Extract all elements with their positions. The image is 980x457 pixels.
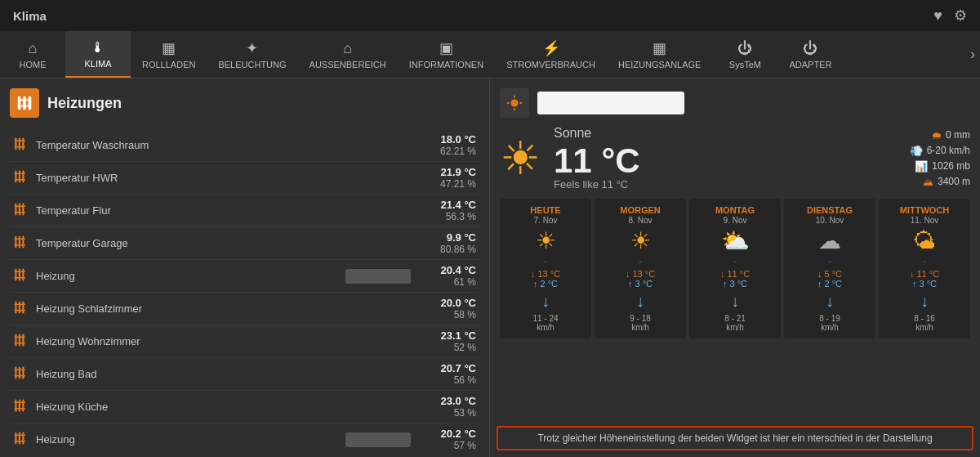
heizung-temp-9: 20.2 °C [411,428,476,440]
weather-city: Sonne [554,126,897,141]
svg-rect-20 [15,235,16,248]
svg-rect-36 [19,334,20,346]
forecast-high-0: ↓ 13 °C [503,269,588,279]
svg-rect-16 [19,203,20,215]
svg-rect-17 [22,203,24,215]
heizung-pct-6: 52 % [411,342,476,353]
forecast-wind-icon-4: ↓ [882,292,967,311]
home-nav-icon: ⌂ [29,40,38,57]
forecast-wind-speed-4: 8 - 16km/h [882,314,967,332]
forecast-high-2: ↓ 11 °C [693,269,777,279]
svg-rect-46 [19,399,20,411]
heizung-values-7: 20.7 °C 56 % [411,362,476,386]
nav-item-adapter[interactable]: ⏻ ADAPTER [777,31,843,78]
heizung-icon-6 [13,333,36,351]
heizung-input-9[interactable] [345,432,411,447]
nav-item-heizungsanlage[interactable]: ▦ HEIZUNGSANLAGE [607,31,712,78]
heizung-row: Heizung Schlafzimmer 20.0 °C 58 % [10,293,479,325]
weather-stat-0: 🌧 0 mm [931,129,970,141]
favorite-icon[interactable]: ♥ [933,7,942,25]
forecast-wind-icon-1: ↓ [598,292,683,311]
adapter-nav-icon: ⏻ [803,40,817,57]
forecast-icon-3: ☁ [787,230,872,253]
heizung-icon-9 [13,431,36,449]
svg-rect-44 [15,375,26,377]
heizung-row: Temperatur HWR 21.9 °C 47.21 % [10,162,479,195]
forecast-wind-speed-3: 8 - 19km/h [787,314,872,332]
heizung-icon-0 [13,137,36,155]
svg-rect-29 [15,277,26,279]
svg-rect-43 [15,369,26,370]
heizung-pct-0: 62.21 % [411,146,476,157]
svg-rect-35 [15,334,16,346]
heizung-temp-3: 9.9 °C [411,231,476,244]
forecast-date-1: 8. Nov [598,216,683,225]
forecast-day-1: MORGEN 8. Nov ☀ - ↓ 13 °C ↑ 3 °C ↓ 9 - 1… [595,199,686,338]
nav-item-rollladen[interactable]: ▦ ROLLLADEN [131,31,207,78]
forecast-temps-1: ↓ 13 °C ↑ 3 °C [598,269,683,289]
svg-rect-34 [15,310,26,311]
heizung-row: Heizung 20.2 °C 57 % [10,423,479,455]
nav-bar: ⌂ HOME 🌡 KLIMA ▦ ROLLLADEN ✦ BELEUCHTUNG… [0,31,980,78]
heizung-temp-5: 20.0 °C [411,297,476,309]
forecast-high-1: ↓ 13 °C [598,269,683,279]
stat-icon-3: ⛰ [923,176,933,188]
forecast-wind-icon-2: ↓ [693,292,777,311]
nav-item-klima[interactable]: 🌡 KLIMA [65,31,131,78]
svg-rect-48 [15,401,26,403]
forecast-sep-1: - [598,256,683,266]
forecast-wind-speed-2: 8 - 21km/h [693,314,777,332]
heizungen-icon [10,88,39,118]
forecast-low-0: ↑ 2 °C [503,279,588,289]
heizungsanlage-nav-label: HEIZUNGSANLAGE [618,60,701,69]
stat-value-2: 1026 mb [932,160,970,172]
svg-rect-13 [15,172,26,174]
settings-icon[interactable]: ⚙ [954,7,967,25]
svg-rect-19 [15,212,26,213]
heizung-icon-8 [13,398,36,416]
heizung-values-1: 21.9 °C 47.21 % [411,166,476,190]
weather-main: ☀ Sonne 11 °C Feels like 11 °C 🌧 0 mm 💨 … [500,126,970,190]
svg-rect-49 [15,408,26,410]
weather-search-input[interactable] [537,92,684,114]
svg-rect-30 [15,301,16,313]
panel-header: Heizungen [10,88,479,118]
heizung-input-4[interactable] [345,269,411,284]
forecast-low-2: ↑ 3 °C [693,279,777,289]
forecast-sep-3: - [787,256,872,266]
nav-item-system[interactable]: ⏻ SysTeM [712,31,777,78]
heizung-name-5: Heizung Schlafzimmer [36,302,411,315]
svg-rect-27 [22,268,24,280]
heizung-temp-0: 18.0 °C [411,133,476,146]
panel-title: Heizungen [47,95,122,112]
forecast-temps-0: ↓ 13 °C ↑ 2 °C [503,269,588,289]
forecast-high-4: ↓ 11 °C [882,269,967,279]
heizung-name-4: Heizung [36,270,345,282]
svg-rect-6 [19,137,20,150]
heizung-row: Heizung Bad 20.7 °C 56 % [10,358,479,391]
heizung-values-6: 23.1 °C 52 % [411,329,476,353]
heizung-pct-8: 53 % [411,407,476,419]
heizung-row: Heizung Wohnzimmer 23.1 °C 52 % [10,325,479,358]
nav-item-informationen[interactable]: ▣ INFORMATIONEN [398,31,495,78]
nav-item-beleuchtung[interactable]: ✦ BELEUCHTUNG [207,31,297,78]
forecast-temps-2: ↓ 11 °C ↑ 3 °C [693,269,777,289]
svg-rect-32 [22,301,24,313]
heizung-pct-4: 61 % [411,276,476,288]
heizung-row: Heizung Küche 23.0 °C 53 % [10,391,479,423]
svg-rect-0 [18,96,21,110]
nav-item-home[interactable]: ⌂ HOME [0,31,65,78]
nav-item-stromverbrauch[interactable]: ⚡ STROMVERBRAUCH [495,31,607,78]
nav-arrow[interactable]: › [965,31,980,78]
heizung-name-6: Heizung Wohnzimmer [36,335,411,347]
svg-rect-18 [15,205,26,207]
heizung-icon-4 [13,267,36,285]
heizung-row: Heizung 20.4 °C 61 % [10,260,479,293]
forecast-date-0: 7. Nov [503,216,588,225]
nav-item-aussenbereich[interactable]: ⌂ AUSSENBEREICH [298,31,398,78]
weather-header [500,88,970,118]
heizungen-panel: Heizungen Temperatur Waschraum 18.0 °C 6… [0,78,490,457]
weather-stat-3: ⛰ 3400 m [923,176,970,188]
svg-rect-45 [15,399,16,411]
svg-rect-2 [29,96,32,110]
